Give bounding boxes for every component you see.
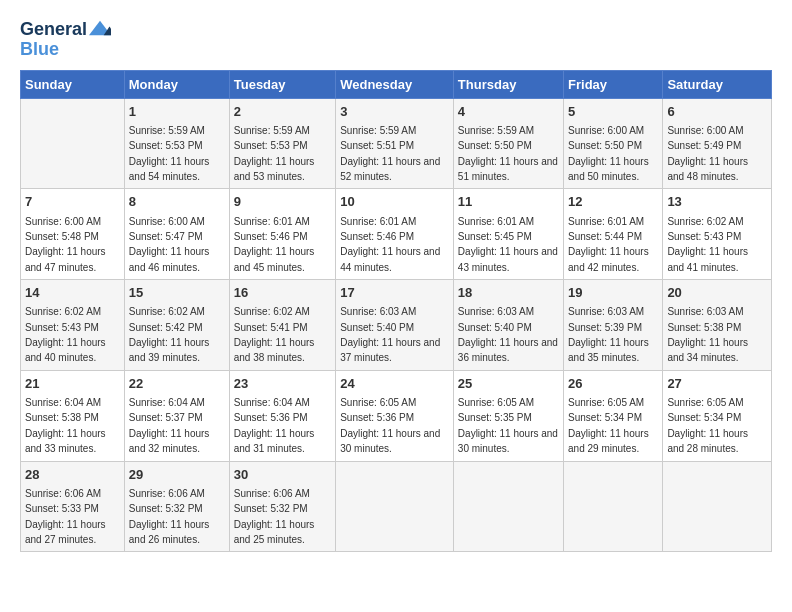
day-cell: 28Sunrise: 6:06 AMSunset: 5:33 PMDayligh… [21,461,125,552]
day-number: 23 [234,375,331,393]
daylight: Daylight: 11 hours and 38 minutes. [234,337,315,363]
col-header-tuesday: Tuesday [229,70,335,98]
week-row-3: 14Sunrise: 6:02 AMSunset: 5:43 PMDayligh… [21,280,772,371]
col-header-sunday: Sunday [21,70,125,98]
day-cell: 2Sunrise: 5:59 AMSunset: 5:53 PMDaylight… [229,98,335,189]
day-number: 20 [667,284,767,302]
sunrise: Sunrise: 6:00 AM [568,125,644,136]
sunset: Sunset: 5:39 PM [568,322,642,333]
day-number: 8 [129,193,225,211]
day-number: 28 [25,466,120,484]
day-number: 17 [340,284,449,302]
day-number: 1 [129,103,225,121]
logo-text: GeneralBlue [20,20,111,60]
daylight: Daylight: 11 hours and 26 minutes. [129,519,210,545]
sunset: Sunset: 5:45 PM [458,231,532,242]
col-header-friday: Friday [564,70,663,98]
sunset: Sunset: 5:34 PM [667,412,741,423]
sunrise: Sunrise: 6:02 AM [25,306,101,317]
daylight: Daylight: 11 hours and 45 minutes. [234,246,315,272]
day-cell: 18Sunrise: 6:03 AMSunset: 5:40 PMDayligh… [453,280,563,371]
sunrise: Sunrise: 6:06 AM [234,488,310,499]
daylight: Daylight: 11 hours and 47 minutes. [25,246,106,272]
day-number: 3 [340,103,449,121]
day-number: 5 [568,103,658,121]
sunrise: Sunrise: 6:01 AM [340,216,416,227]
daylight: Daylight: 11 hours and 36 minutes. [458,337,558,363]
day-number: 11 [458,193,559,211]
sunrise: Sunrise: 5:59 AM [234,125,310,136]
sunrise: Sunrise: 6:04 AM [129,397,205,408]
sunset: Sunset: 5:53 PM [234,140,308,151]
daylight: Daylight: 11 hours and 33 minutes. [25,428,106,454]
day-number: 10 [340,193,449,211]
sunrise: Sunrise: 6:05 AM [568,397,644,408]
week-row-4: 21Sunrise: 6:04 AMSunset: 5:38 PMDayligh… [21,370,772,461]
week-row-5: 28Sunrise: 6:06 AMSunset: 5:33 PMDayligh… [21,461,772,552]
day-cell [663,461,772,552]
day-cell: 9Sunrise: 6:01 AMSunset: 5:46 PMDaylight… [229,189,335,280]
col-header-monday: Monday [124,70,229,98]
sunset: Sunset: 5:32 PM [129,503,203,514]
day-cell: 8Sunrise: 6:00 AMSunset: 5:47 PMDaylight… [124,189,229,280]
daylight: Daylight: 11 hours and 31 minutes. [234,428,315,454]
daylight: Daylight: 11 hours and 32 minutes. [129,428,210,454]
day-number: 22 [129,375,225,393]
sunrise: Sunrise: 6:05 AM [458,397,534,408]
day-cell: 17Sunrise: 6:03 AMSunset: 5:40 PMDayligh… [336,280,454,371]
day-cell: 20Sunrise: 6:03 AMSunset: 5:38 PMDayligh… [663,280,772,371]
logo: GeneralBlue [20,20,111,60]
sunrise: Sunrise: 5:59 AM [129,125,205,136]
day-cell: 14Sunrise: 6:02 AMSunset: 5:43 PMDayligh… [21,280,125,371]
col-header-saturday: Saturday [663,70,772,98]
sunrise: Sunrise: 6:05 AM [667,397,743,408]
sunrise: Sunrise: 6:06 AM [25,488,101,499]
day-cell: 25Sunrise: 6:05 AMSunset: 5:35 PMDayligh… [453,370,563,461]
sunset: Sunset: 5:47 PM [129,231,203,242]
day-number: 9 [234,193,331,211]
sunrise: Sunrise: 6:00 AM [129,216,205,227]
daylight: Daylight: 11 hours and 34 minutes. [667,337,748,363]
day-cell: 16Sunrise: 6:02 AMSunset: 5:41 PMDayligh… [229,280,335,371]
sunrise: Sunrise: 6:01 AM [458,216,534,227]
sunrise: Sunrise: 6:03 AM [568,306,644,317]
sunrise: Sunrise: 6:03 AM [667,306,743,317]
day-cell: 11Sunrise: 6:01 AMSunset: 5:45 PMDayligh… [453,189,563,280]
sunset: Sunset: 5:46 PM [340,231,414,242]
day-cell: 6Sunrise: 6:00 AMSunset: 5:49 PMDaylight… [663,98,772,189]
day-number: 24 [340,375,449,393]
sunrise: Sunrise: 6:02 AM [667,216,743,227]
daylight: Daylight: 11 hours and 51 minutes. [458,156,558,182]
calendar-table: SundayMondayTuesdayWednesdayThursdayFrid… [20,70,772,553]
week-row-1: 1Sunrise: 5:59 AMSunset: 5:53 PMDaylight… [21,98,772,189]
sunrise: Sunrise: 6:01 AM [234,216,310,227]
sunset: Sunset: 5:46 PM [234,231,308,242]
day-number: 29 [129,466,225,484]
sunset: Sunset: 5:42 PM [129,322,203,333]
daylight: Daylight: 11 hours and 37 minutes. [340,337,440,363]
day-number: 15 [129,284,225,302]
day-number: 18 [458,284,559,302]
day-number: 30 [234,466,331,484]
daylight: Daylight: 11 hours and 53 minutes. [234,156,315,182]
day-cell: 30Sunrise: 6:06 AMSunset: 5:32 PMDayligh… [229,461,335,552]
day-number: 12 [568,193,658,211]
day-number: 4 [458,103,559,121]
day-cell: 26Sunrise: 6:05 AMSunset: 5:34 PMDayligh… [564,370,663,461]
sunrise: Sunrise: 6:06 AM [129,488,205,499]
day-cell [336,461,454,552]
day-number: 7 [25,193,120,211]
day-cell [564,461,663,552]
day-cell: 15Sunrise: 6:02 AMSunset: 5:42 PMDayligh… [124,280,229,371]
day-number: 25 [458,375,559,393]
sunset: Sunset: 5:37 PM [129,412,203,423]
sunset: Sunset: 5:38 PM [25,412,99,423]
header: GeneralBlue [20,20,772,60]
day-cell: 23Sunrise: 6:04 AMSunset: 5:36 PMDayligh… [229,370,335,461]
sunset: Sunset: 5:48 PM [25,231,99,242]
day-cell [21,98,125,189]
daylight: Daylight: 11 hours and 48 minutes. [667,156,748,182]
daylight: Daylight: 11 hours and 30 minutes. [340,428,440,454]
day-number: 27 [667,375,767,393]
sunset: Sunset: 5:50 PM [458,140,532,151]
